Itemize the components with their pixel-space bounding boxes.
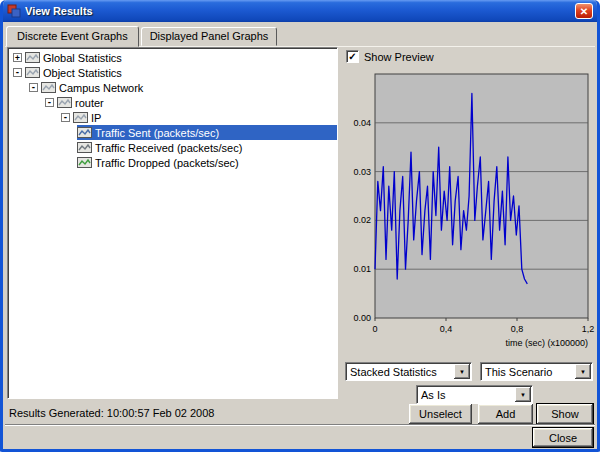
statistic-graph-icon <box>77 142 92 153</box>
title-bar[interactable]: View Results ✕ <box>3 0 597 22</box>
tree-item-body[interactable]: Object Statistics <box>25 65 337 80</box>
tab-displayed-panel-graphs[interactable]: Displayed Panel Graphs <box>141 27 278 46</box>
chevron-down-icon[interactable]: ▼ <box>454 364 470 379</box>
tree-item-body[interactable]: router <box>57 95 337 110</box>
tree-item-label: Object Statistics <box>43 67 126 79</box>
app-icon <box>7 4 21 18</box>
svg-text:0,8: 0,8 <box>511 324 524 334</box>
tree-item-body[interactable]: Traffic Dropped (packets/sec) <box>77 155 337 170</box>
collapse-icon[interactable]: - <box>61 113 70 122</box>
svg-text:0.00: 0.00 <box>353 313 371 323</box>
collapse-icon[interactable]: - <box>45 98 54 107</box>
tree-item-label: Global Statistics <box>43 52 126 64</box>
statistic-graph-icon <box>77 127 92 138</box>
tree-item[interactable]: Traffic Sent (packets/sec) <box>8 125 337 140</box>
tree-item-body[interactable]: IP <box>73 110 337 125</box>
statistics-mode-select[interactable]: Stacked Statistics ▼ <box>345 362 472 381</box>
tree-item-label: Traffic Dropped (packets/sec) <box>95 157 243 169</box>
scenario-select[interactable]: This Scenario ▼ <box>480 362 593 381</box>
transform-select[interactable]: As Is ▼ <box>416 385 533 404</box>
tree-item[interactable]: -IP <box>8 110 337 125</box>
svg-text:time (sec) (x100000): time (sec) (x100000) <box>505 338 588 348</box>
expand-icon[interactable]: + <box>13 53 22 62</box>
footer-separator <box>5 424 595 426</box>
svg-text:0: 0 <box>372 324 377 334</box>
checkbox-check-icon[interactable]: ✓ <box>346 50 359 63</box>
tab-discrete-event-graphs[interactable]: Discrete Event Graphs <box>6 26 139 47</box>
tree-item-label: Traffic Received (packets/sec) <box>95 142 246 154</box>
tab-strip: Discrete Event Graphs Displayed Panel Gr… <box>6 26 594 46</box>
tree-panel[interactable]: +Global Statistics-Object Statistics-Cam… <box>7 47 338 399</box>
close-icon: ✕ <box>580 6 588 17</box>
statistic-graph-icon <box>25 52 40 63</box>
tree-item[interactable]: -Object Statistics <box>8 65 337 80</box>
close-button[interactable]: Close <box>533 428 593 447</box>
tree-item-body[interactable]: Traffic Received (packets/sec) <box>77 140 337 155</box>
collapse-icon[interactable]: - <box>13 68 22 77</box>
status-text: Results Generated: 10:00:57 Feb 02 2008 <box>9 407 214 419</box>
svg-text:0,4: 0,4 <box>440 324 453 334</box>
chevron-down-icon[interactable]: ▼ <box>515 387 531 402</box>
tree-item[interactable]: -router <box>8 95 337 110</box>
unselect-button[interactable]: Unselect <box>409 404 472 424</box>
tree-item-label: Traffic Sent (packets/sec) <box>95 127 223 139</box>
tree-item[interactable]: -Campus Network <box>8 80 337 95</box>
tree-item-label: Campus Network <box>59 82 147 94</box>
collapse-icon[interactable]: - <box>29 83 38 92</box>
svg-text:0.03: 0.03 <box>353 167 371 177</box>
tree-item[interactable]: +Global Statistics <box>8 50 337 65</box>
window-title: View Results <box>25 5 575 17</box>
scenario-value: This Scenario <box>481 366 575 378</box>
add-button[interactable]: Add <box>478 404 533 424</box>
view-results-window: View Results ✕ Discrete Event Graphs Dis… <box>0 0 600 452</box>
tree-item-selected[interactable]: Traffic Sent (packets/sec) <box>77 125 337 140</box>
chevron-down-icon[interactable]: ▼ <box>575 364 591 379</box>
tree-item[interactable]: Traffic Received (packets/sec) <box>8 140 337 155</box>
svg-text:0.04: 0.04 <box>353 118 371 128</box>
statistic-graph-icon <box>41 82 56 93</box>
svg-text:0.02: 0.02 <box>353 215 371 225</box>
statistic-graph-icon <box>25 67 40 78</box>
show-preview-checkbox[interactable]: ✓ Show Preview <box>346 50 434 63</box>
chart-canvas: 0.000.010.020.030.0400,40,81,2time (sec)… <box>345 66 595 359</box>
show-button[interactable]: Show <box>537 404 593 424</box>
svg-text:0.01: 0.01 <box>353 264 371 274</box>
preview-chart: 0.000.010.020.030.0400,40,81,2time (sec)… <box>345 66 595 359</box>
tree-item-body[interactable]: Campus Network <box>41 80 337 95</box>
tree-item[interactable]: Traffic Dropped (packets/sec) <box>8 155 337 170</box>
svg-text:1,2: 1,2 <box>582 324 595 334</box>
tree-item-label: IP <box>91 112 105 124</box>
show-preview-label: Show Preview <box>364 51 434 63</box>
statistic-graph-icon <box>73 112 88 123</box>
statistic-graph-icon <box>57 97 72 108</box>
statistic-graph-icon <box>77 157 92 168</box>
tree-item-body[interactable]: Global Statistics <box>25 50 337 65</box>
statistics-mode-value: Stacked Statistics <box>346 366 454 378</box>
tree-item-label: router <box>75 97 108 109</box>
transform-value: As Is <box>417 389 515 401</box>
close-window-button[interactable]: ✕ <box>575 3 593 19</box>
